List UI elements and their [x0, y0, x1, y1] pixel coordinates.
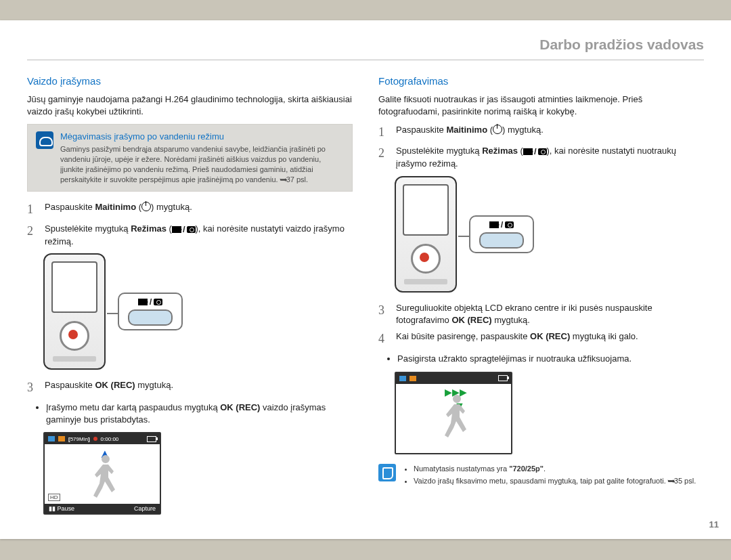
- card-icon: [58, 436, 65, 441]
- stby-icon: [399, 376, 406, 381]
- step-1: 1 Paspauskite Maitinimo () mygtuką.: [378, 124, 704, 141]
- info-note: Numatytasis nustatymas yra "720/25p". Va…: [378, 464, 704, 488]
- intro-text: Galite fiksuoti nuotraukas ir jas išsaug…: [378, 93, 704, 117]
- mode-button-icon: [128, 309, 173, 326]
- note-icon: [378, 464, 396, 481]
- video-icon: [523, 148, 533, 155]
- callout-title: Mėgavimasis įrašymo po vandeniu režimu: [60, 131, 344, 142]
- mode-button-icon: [479, 232, 524, 249]
- power-icon: [493, 125, 502, 134]
- camcorder-front: [43, 253, 106, 370]
- mode-button-callout: /: [118, 293, 183, 330]
- step-4: 4 Kai būsite pasirengę, paspauskite OK (…: [378, 330, 704, 347]
- step-1: 1 Paspauskite Maitinimo () mygtuką.: [27, 201, 353, 218]
- camcorder-front: [395, 176, 457, 293]
- video-steps: 1 Paspauskite Maitinimo () mygtuką. 2 Sp…: [27, 201, 353, 247]
- diver-mask-icon: [36, 131, 53, 149]
- card-icon: [409, 376, 416, 381]
- power-icon: [141, 202, 151, 211]
- intro-text: Jūsų gaminyje naudojama pažangi H.264 gl…: [27, 93, 353, 117]
- two-column-layout: Vaizdo įrašymas Jūsų gaminyje naudojama …: [27, 75, 704, 520]
- step-4-sub: Pasigirsta užrakto spragtelėjimas ir nuo…: [397, 353, 704, 365]
- chapter-title: Darbo pradžios vadovas: [27, 37, 704, 60]
- step-3: 3 Sureguliuokite objektą LCD ekrano cent…: [378, 302, 704, 326]
- device-illustration: /: [395, 176, 704, 293]
- video-icon: [138, 299, 148, 305]
- photo-steps: 1 Paspauskite Maitinimo () mygtuką. 2 Sp…: [378, 124, 704, 170]
- stby-icon: [48, 436, 55, 441]
- underwater-callout: Mėgavimasis įrašymo po vandeniu režimu G…: [27, 124, 353, 192]
- lcd-photo-preview: ▶▶▶ ▼: [395, 372, 512, 454]
- page-number: 11: [709, 519, 719, 530]
- dancer-figure-icon: [437, 391, 477, 444]
- camera-icon: [538, 148, 547, 155]
- step-2: 2 Spustelėkite mygtuką Režimas (/), kai …: [27, 223, 353, 248]
- hd-badge: HD: [48, 494, 60, 501]
- left-column: Vaizdo įrašymas Jūsų gaminyje naudojama …: [27, 75, 353, 520]
- dancer-figure-icon: [85, 451, 126, 504]
- step-3: 3 Paspauskite OK (REC) mygtuką.: [27, 379, 353, 396]
- rec-dot-icon: [93, 437, 97, 441]
- device-illustration: /: [43, 253, 353, 370]
- manual-page: Darbo pradžios vadovas Vaizdo įrašymas J…: [0, 20, 731, 539]
- mode-button-callout: /: [469, 215, 534, 253]
- camera-icon: [505, 221, 514, 228]
- callout-body: Gaminys pasižymi bendrąja atsparumo vand…: [60, 144, 344, 184]
- photo-steps-cont: 3 Sureguliuokite objektą LCD ekrano cent…: [378, 302, 704, 348]
- mode-icon: /: [172, 223, 196, 236]
- video-icon: [172, 226, 181, 233]
- section-heading-video: Vaizdo įrašymas: [27, 75, 353, 87]
- camera-icon: [187, 226, 196, 233]
- lcd-video-preview: [579Min] 0:00:00 ▲ HD ▮▮ Pause Capture: [43, 432, 161, 515]
- section-heading-photo: Fotografavimas: [378, 75, 704, 87]
- step-3-sub: Įrašymo metu dar kartą paspaudus mygtuką…: [46, 402, 353, 425]
- video-steps-cont: 3 Paspauskite OK (REC) mygtuką.: [27, 379, 353, 396]
- battery-icon: [498, 375, 508, 381]
- step-2: 2 Spustelėkite mygtuką Režimas (/), kai …: [378, 145, 704, 170]
- camera-icon: [154, 299, 162, 305]
- battery-icon: [147, 436, 156, 442]
- right-column: Fotografavimas Galite fiksuoti nuotrauka…: [378, 75, 704, 520]
- video-icon: [489, 221, 499, 228]
- mode-icon: /: [523, 146, 547, 158]
